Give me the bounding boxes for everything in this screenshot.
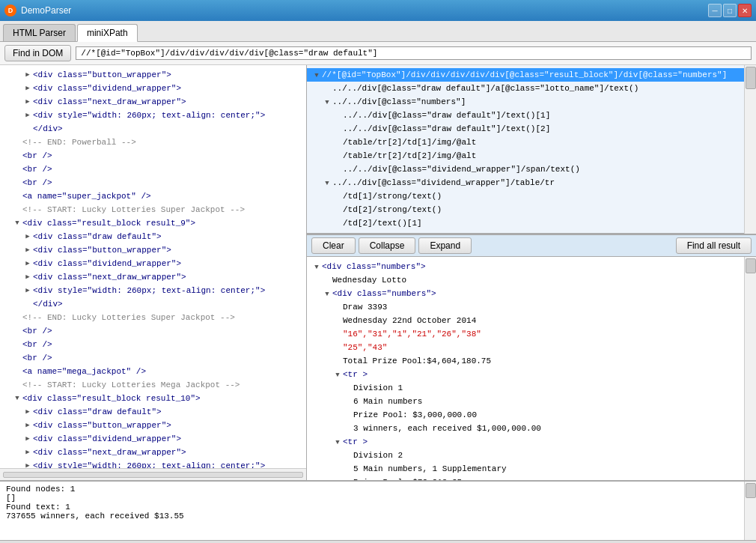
left-tree-item[interactable]: ▶<div class="button_wrapper"> (0, 243, 306, 257)
left-tree-item[interactable]: ▶<div class="next_draw_wrapper"> (0, 95, 306, 109)
tree-toggle[interactable]: ▼ (322, 178, 332, 189)
xpath-result-item[interactable]: /td[1]/strong/text() (307, 189, 744, 203)
left-tree-item[interactable]: <!-- START: Lucky Lotteries Super Jackpo… (0, 203, 306, 216)
left-tree-item[interactable]: ▶<div class="draw default"> (0, 230, 306, 243)
left-tree-item[interactable]: ▼<div class="result_block result_10"> (0, 392, 306, 405)
left-tree-item[interactable]: ▶<div style="width: 260px; text-align: c… (0, 109, 306, 122)
collapse-button[interactable]: Collapse (359, 237, 416, 254)
left-tree-item[interactable]: <a name="mega_jackpot" /> (0, 365, 306, 378)
tree-toggle[interactable]: ▶ (22, 461, 33, 468)
result-tree-item[interactable]: ▼<div class="numbers"> (307, 287, 744, 300)
tree-toggle[interactable]: ▶ (22, 447, 33, 458)
bottom-vscrollbar[interactable] (744, 482, 756, 540)
left-tree-item[interactable]: <!-- END: Powerball --> (0, 136, 306, 149)
left-tree-item[interactable]: </div> (0, 122, 306, 136)
left-tree-item[interactable]: ▶<div class="dividend_wrapper"> (0, 82, 306, 95)
result-tree-item[interactable]: Division 1 (307, 381, 744, 395)
tree-toggle[interactable]: ▼ (311, 70, 322, 81)
left-tree-item[interactable]: ▶<div class="dividend_wrapper"> (0, 257, 306, 270)
close-button[interactable]: ✕ (738, 4, 752, 17)
left-tree-item[interactable]: ▶<div class="next_draw_wrapper"> (0, 270, 306, 284)
xpath-result-item[interactable]: /td[2]/strong/text() (307, 203, 744, 216)
find-all-result-button[interactable]: Find all result (676, 237, 752, 254)
xpath-result-tree[interactable]: ▼//*[@id="TopBox"]/div/div/div/div/div[@… (307, 65, 744, 234)
tree-toggle[interactable]: ▶ (22, 272, 33, 282)
tree-toggle[interactable]: ▶ (22, 407, 33, 417)
result-tree-item[interactable]: Draw 3393 (307, 300, 744, 314)
left-tree-item[interactable]: ▶<div style="width: 260px; text-align: c… (0, 459, 306, 468)
clear-button[interactable]: Clear (311, 237, 356, 254)
tree-toggle[interactable]: ▶ (22, 434, 33, 444)
left-tree-item[interactable]: ▶<div class="dividend_wrapper"> (0, 432, 306, 446)
result-tree-item[interactable]: "16","31","1","21","26","38" (307, 327, 744, 341)
left-tree-item[interactable]: ▶<div class="button_wrapper"> (0, 68, 306, 82)
xpath-result-item[interactable]: ../../div[@class="draw default"]/text()[… (307, 109, 744, 122)
tree-toggle[interactable]: ▶ (22, 83, 33, 94)
result-tree-item[interactable]: Wednesday 22nd October 2014 (307, 314, 744, 327)
xpath-result-item[interactable]: ../../div[@class="dividend_wrapper"]/spa… (307, 163, 744, 176)
result-tree-item[interactable]: ▼<tr > (307, 368, 744, 381)
left-tree-item[interactable]: ▼<div class="result_block result_9"> (0, 216, 306, 230)
tree-toggle[interactable]: ▶ (22, 285, 33, 296)
result-tree-item[interactable]: 6 Main numbers (307, 395, 744, 408)
tree-toggle[interactable]: ▶ (22, 231, 33, 242)
result-tree-item[interactable]: 5 Main numbers, 1 Supplementary (307, 462, 744, 476)
tree-toggle[interactable]: ▼ (322, 289, 332, 300)
left-tree-item[interactable]: <br /> (0, 176, 306, 189)
result-tree-item[interactable]: ▼<tr > (307, 435, 744, 449)
result-tree-item[interactable]: Division 2 (307, 449, 744, 462)
find-in-dom-button[interactable]: Find in DOM (4, 45, 71, 61)
tree-toggle[interactable]: ▼ (332, 437, 343, 448)
left-tree-item[interactable]: <br /> (0, 351, 306, 365)
tree-toggle[interactable]: ▼ (332, 370, 343, 380)
left-tree-item[interactable]: ▶<div class="draw default"> (0, 405, 306, 419)
left-tree-item[interactable]: <br /> (0, 324, 306, 338)
tab-html-parser[interactable]: HTML Parser (3, 24, 76, 41)
tree-toggle[interactable]: ▶ (22, 420, 33, 431)
tree-toggle[interactable]: ▶ (22, 70, 33, 80)
xpath-result-item[interactable]: /table/tr[2]/td[2]/img/@alt (307, 149, 744, 163)
tree-toggle[interactable]: ▶ (22, 97, 33, 107)
xpath-input[interactable] (76, 46, 752, 60)
tree-toggle[interactable]: ▼ (322, 97, 332, 108)
left-tree-item[interactable]: <br /> (0, 149, 306, 163)
left-tree-item[interactable]: <br /> (0, 163, 306, 176)
tree-toggle[interactable]: ▼ (311, 262, 322, 273)
result-tree-item[interactable]: Prize Pool: $3,000,000.00 (307, 408, 744, 422)
maximize-button[interactable]: □ (723, 4, 737, 17)
tree-toggle[interactable]: ▶ (22, 258, 33, 269)
result-tree-item[interactable]: Wednesday Lotto (307, 273, 744, 287)
result-tree-item[interactable]: Total Prize Pool:$4,604,180.75 (307, 354, 744, 368)
left-tree-item[interactable]: <br /> (0, 338, 306, 351)
xpath-result-item[interactable]: ▼//*[@id="TopBox"]/div/div/div/div/div[@… (307, 68, 744, 82)
xpath-result-item[interactable]: ▼../../div[@class="dividend_wrapper"]/ta… (307, 176, 744, 189)
result-tree-item[interactable]: 3 winners, each received $1,000,000.00 (307, 422, 744, 435)
minimize-button[interactable]: ─ (708, 4, 722, 17)
tree-toggle[interactable]: ▼ (12, 393, 22, 404)
result-tree-item[interactable]: "25","43" (307, 341, 744, 354)
tab-minixpath[interactable]: miniXPath (77, 24, 138, 42)
result-tree[interactable]: ▼<div class="numbers"> Wednesday Lotto ▼… (307, 257, 744, 480)
tree-toggle[interactable]: ▼ (12, 218, 22, 228)
result-tree-item[interactable]: Prize Pool: $72,218.25 (307, 476, 744, 480)
left-tree-item[interactable]: <a name="super_jackpot" /> (0, 189, 306, 203)
xpath-result-item[interactable]: ../../div[@class="draw default"]/text()[… (307, 122, 744, 136)
result-tree-item[interactable]: ▼<div class="numbers"> (307, 260, 744, 273)
left-tree-item[interactable]: ▶<div style="width: 260px; text-align: c… (0, 284, 306, 297)
right-xpath-vscrollbar[interactable] (744, 65, 756, 234)
xpath-result-item[interactable]: /table/tr[2]/td[1]/img/@alt (307, 136, 744, 149)
tree-toggle[interactable]: ▶ (22, 245, 33, 255)
result-vscrollbar[interactable] (744, 257, 756, 480)
left-tree[interactable]: ▶<div class="button_wrapper"> ▶<div clas… (0, 65, 306, 468)
left-tree-item[interactable]: <!-- END: Lucky Lotteries Super Jackpot … (0, 311, 306, 324)
left-hscrollbar[interactable] (0, 468, 306, 480)
left-tree-item[interactable]: ▶<div class="next_draw_wrapper"> (0, 446, 306, 459)
expand-button[interactable]: Expand (418, 237, 472, 254)
left-tree-item[interactable]: ▶<div class="button_wrapper"> (0, 419, 306, 432)
xpath-result-item[interactable]: /td[2]/text()[1] (307, 216, 744, 230)
xpath-result-item[interactable]: ▼../../div[@class="numbers"] (307, 95, 744, 109)
left-tree-item[interactable]: <!-- START: Lucky Lotteries Mega Jackpot… (0, 378, 306, 392)
tree-toggle[interactable]: ▶ (22, 110, 33, 121)
xpath-result-item[interactable]: ../../div[@class="draw default"]/a[@clas… (307, 82, 744, 95)
left-tree-item[interactable]: </div> (0, 297, 306, 311)
